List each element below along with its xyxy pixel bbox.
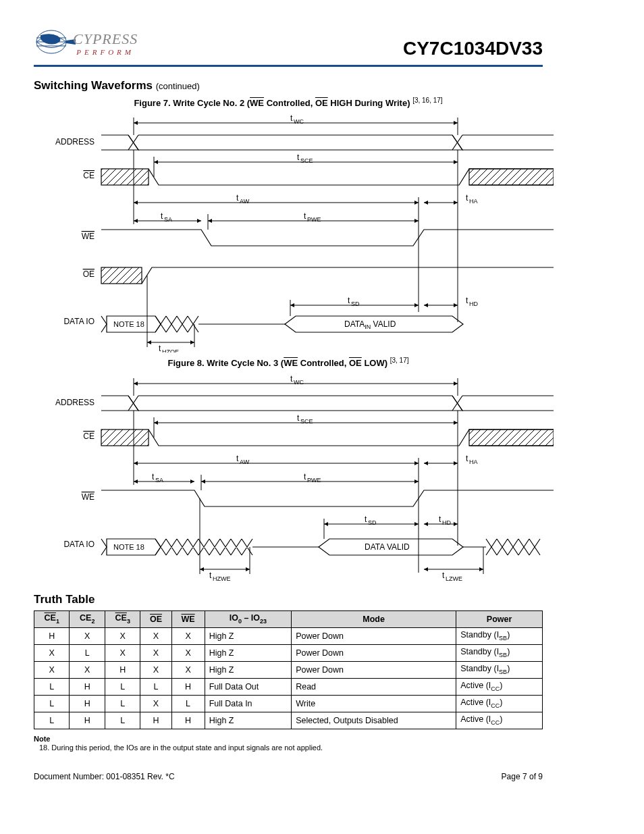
cell-mode: Power Down (292, 644, 456, 661)
cell-ce1: L (34, 712, 70, 729)
svg-rect-24 (101, 267, 142, 284)
part-number: CY7C1034DV33 (403, 38, 543, 59)
section-continued: (continued) (156, 81, 200, 91)
fig7-note18: NOTE 18 (113, 320, 144, 328)
svg-rect-7 (469, 169, 554, 185)
fig7-mid: Controlled, (264, 98, 315, 108)
svg-text:t: t (290, 113, 293, 123)
figure-8-caption: Figure 8. Write Cycle No. 3 (WE Controll… (34, 357, 543, 368)
section-title-text: Switching Waveforms (34, 79, 153, 92)
fig8-we-label: WE (82, 492, 95, 502)
note-18: 18. During this period, the IOs are in t… (39, 744, 543, 752)
logo-tagline: PERFORM (73, 48, 138, 56)
fig7-taw: AW (240, 198, 250, 205)
th-ce1: CE1 (34, 610, 70, 627)
th-oe: OE (140, 610, 171, 627)
cell-ce2: H (70, 678, 105, 695)
svg-rect-6 (101, 169, 149, 185)
cell-ce3: L (105, 678, 140, 695)
cell-ce1: X (34, 661, 70, 678)
svg-text:t: t (365, 515, 367, 524)
fig8-tsa: SA (155, 477, 163, 484)
cell-we: L (171, 695, 205, 712)
fig8-taw: AW (240, 459, 250, 465)
cell-ce3: H (105, 661, 140, 678)
cell-mode: Write (292, 695, 456, 712)
fig7-prefix: Figure 7. Write Cycle No. 2 ( (134, 98, 250, 108)
svg-text:t: t (304, 472, 306, 481)
fig8-oe: OE (349, 359, 362, 369)
cell-power: Standby (ISB) (456, 661, 543, 678)
svg-text:t: t (159, 344, 161, 353)
cell-mode: Power Down (292, 661, 456, 678)
cell-ce3: X (105, 644, 140, 661)
fig7-tsce: SCE (300, 157, 313, 164)
fig7-datain-sub: IN (365, 323, 371, 330)
cell-ce2: H (70, 695, 105, 712)
fig8-tpwe: PWE (307, 477, 321, 484)
page-footer: Document Number: 001-08351 Rev. *C Page … (34, 772, 543, 781)
fig7-tha: HA (469, 198, 478, 205)
table-row: LHLHHHigh ZSelected, Outputs DisabledAct… (34, 712, 543, 729)
th-ce3: CE3 (105, 610, 140, 627)
cell-io: High Z (205, 627, 292, 644)
svg-text:t: t (348, 296, 350, 305)
cell-ce2: H (70, 712, 105, 729)
figure-7-caption: Figure 7. Write Cycle No. 2 (WE Controll… (34, 97, 543, 108)
svg-text:t: t (439, 515, 441, 524)
fig7-we: WE (250, 98, 264, 108)
figure-8-timing-diagram: ADDRESS CE WE DATA IO tWC tSCE tAW tHA t… (34, 370, 554, 586)
note-text: During this period, the IOs are in the o… (51, 744, 323, 752)
cell-ce2: X (70, 661, 105, 678)
cell-mode: Selected, Outputs Disabled (292, 712, 456, 729)
fig7-twc: WC (294, 118, 304, 125)
cell-power: Standby (ISB) (456, 644, 543, 661)
cell-ce3: L (105, 712, 140, 729)
fig8-mid: Controlled, (298, 359, 349, 369)
cell-mode: Power Down (292, 627, 456, 644)
fig8-note18: NOTE 18 (113, 543, 144, 551)
cell-oe: X (140, 695, 171, 712)
page-number: Page 7 of 9 (502, 772, 543, 781)
fig8-tsd: SD (368, 519, 377, 526)
cell-we: X (171, 661, 205, 678)
cell-ce1: L (34, 678, 70, 695)
fig7-oe: OE (315, 98, 328, 108)
table-row: LHLLHFull Data OutReadActive (ICC) (34, 678, 543, 695)
th-power: Power (456, 610, 543, 627)
cell-mode: Read (292, 678, 456, 695)
fig8-we: WE (284, 359, 298, 369)
fig7-thzoe: HZOE (162, 348, 179, 353)
svg-text:t: t (442, 571, 445, 580)
table-row: XXHXXHigh ZPower DownStandby (ISB) (34, 661, 543, 678)
cell-io: High Z (205, 644, 292, 661)
fig7-suf: HIGH During Write) (328, 98, 412, 108)
cell-oe: H (140, 712, 171, 729)
cell-power: Active (ICC) (456, 695, 543, 712)
fig7-address-label: ADDRESS (55, 137, 95, 147)
cell-ce1: H (34, 627, 70, 644)
cell-io: High Z (205, 712, 292, 729)
note-number: 18. (39, 744, 49, 752)
cell-we: H (171, 712, 205, 729)
svg-text:t: t (161, 211, 163, 221)
cell-ce1: L (34, 695, 70, 712)
fig8-thzwe: HZWE (213, 575, 231, 582)
cell-power: Standby (ISB) (456, 627, 543, 644)
fig7-datain-suf: VALID (371, 319, 396, 329)
truth-table: CE1 CE2 CE3 OE WE IO0 – IO23 Mode Power … (34, 610, 543, 729)
fig7-thd: HD (469, 301, 478, 307)
fig7-refs: [3, 16, 17] (412, 97, 442, 104)
svg-text:t: t (304, 211, 306, 221)
svg-text:t: t (209, 571, 212, 580)
fig8-ce-label: CE (83, 432, 95, 441)
fig7-we-label: WE (82, 232, 95, 241)
fig7-tsd: SD (351, 301, 360, 307)
note-heading: Note (34, 735, 543, 743)
th-we: WE (171, 610, 205, 627)
fig7-tpwe: PWE (307, 216, 321, 223)
truth-table-header-row: CE1 CE2 CE3 OE WE IO0 – IO23 Mode Power (34, 610, 543, 627)
cell-power: Active (ICC) (456, 712, 543, 729)
svg-text:t: t (236, 454, 239, 463)
fig8-datavalid: DATA VALID (365, 542, 410, 552)
